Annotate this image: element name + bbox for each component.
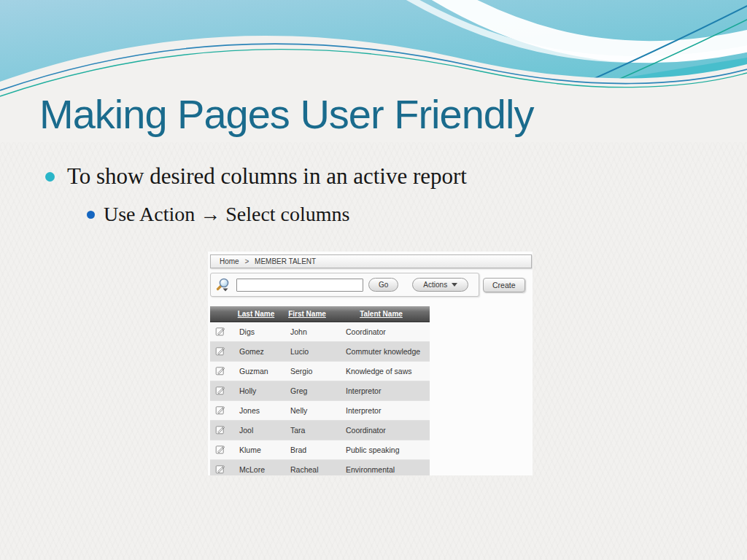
bullet-dot-cyan bbox=[45, 172, 55, 182]
search-input[interactable] bbox=[236, 279, 363, 292]
edit-cell bbox=[210, 362, 231, 381]
cell-talent-name: Commuter knowledge bbox=[333, 342, 430, 362]
slide: Making Pages User Friendly To show desir… bbox=[0, 0, 747, 560]
cell-first-name: Racheal bbox=[282, 460, 333, 476]
edit-row-icon[interactable] bbox=[215, 424, 225, 435]
edit-row-icon[interactable] bbox=[215, 326, 225, 336]
cell-last-name: Jool bbox=[231, 421, 282, 440]
edit-cell bbox=[210, 440, 231, 460]
edit-cell bbox=[210, 322, 231, 342]
cell-first-name: Lucio bbox=[282, 342, 333, 362]
breadcrumb-current: MEMBER TALENT bbox=[255, 257, 316, 265]
edit-cell bbox=[210, 342, 231, 362]
cell-talent-name: Environmental bbox=[333, 460, 430, 476]
table-row: GomezLucioCommuter knowledge bbox=[210, 342, 430, 362]
breadcrumb-separator: > bbox=[244, 257, 249, 265]
apex-report-screenshot: Home > MEMBER TALENT bbox=[208, 252, 533, 475]
edit-cell bbox=[210, 401, 231, 421]
column-header-last-name[interactable]: Last Name bbox=[231, 306, 282, 322]
cell-talent-name: Interpretor bbox=[333, 401, 430, 421]
table-row: JonesNellyInterpretor bbox=[210, 401, 430, 421]
table-row: McLoreRachealEnvironmental bbox=[210, 460, 430, 476]
column-header-talent-name[interactable]: Talent Name bbox=[333, 306, 430, 322]
report-table: Last Name First Name Talent Name DigsJoh… bbox=[210, 306, 430, 475]
table-row: GuzmanSergioKnowledge of saws bbox=[210, 362, 430, 381]
actions-button[interactable]: Actions bbox=[412, 278, 468, 292]
edit-row-icon[interactable] bbox=[215, 405, 225, 415]
edit-row-icon[interactable] bbox=[215, 464, 225, 474]
edit-row-icon[interactable] bbox=[215, 385, 225, 395]
cell-talent-name: Interpretor bbox=[333, 381, 430, 401]
bullet-text-1: To show desired columns in an active rep… bbox=[67, 163, 467, 190]
bullet-item-1: To show desired columns in an active rep… bbox=[45, 163, 467, 190]
go-button[interactable]: Go bbox=[368, 278, 398, 292]
cell-first-name: Nelly bbox=[282, 401, 333, 421]
cell-talent-name: Coordinator bbox=[333, 421, 430, 440]
create-button[interactable]: Create bbox=[483, 278, 525, 292]
bullet-text-2: Use Action → Select columns bbox=[104, 203, 350, 226]
cell-first-name: Sergio bbox=[282, 362, 333, 381]
cell-talent-name: Coordinator bbox=[333, 322, 430, 342]
table-row: KlumeBradPublic speaking bbox=[210, 440, 430, 460]
bullet-dot-blue bbox=[87, 211, 95, 219]
cell-first-name: John bbox=[282, 322, 333, 342]
table-row: JoolTaraCoordinator bbox=[210, 421, 430, 440]
slide-title: Making Pages User Friendly bbox=[39, 90, 533, 138]
column-header-first-name[interactable]: First Name bbox=[282, 306, 333, 322]
edit-column-header bbox=[210, 306, 231, 322]
cell-first-name: Tara bbox=[282, 421, 333, 440]
cell-first-name: Brad bbox=[282, 440, 333, 460]
search-toolbar: Go Actions bbox=[210, 273, 479, 297]
actions-button-label: Actions bbox=[423, 279, 447, 291]
edit-row-icon[interactable] bbox=[215, 346, 225, 356]
edit-row-icon[interactable] bbox=[215, 365, 225, 376]
edit-row-icon[interactable] bbox=[215, 444, 225, 454]
edit-cell bbox=[210, 421, 231, 440]
cell-first-name: Greg bbox=[282, 381, 333, 401]
breadcrumb-home-link[interactable]: Home bbox=[220, 257, 239, 265]
cell-last-name: Guzman bbox=[231, 362, 282, 381]
breadcrumb: Home > MEMBER TALENT bbox=[210, 254, 532, 268]
cell-talent-name: Knowledge of saws bbox=[333, 362, 430, 381]
edit-cell bbox=[210, 381, 231, 401]
cell-last-name: McLore bbox=[231, 460, 282, 476]
report-table-body: DigsJohnCoordinatorGomezLucioCommuter kn… bbox=[210, 322, 430, 476]
cell-last-name: Klume bbox=[231, 440, 282, 460]
edit-cell bbox=[210, 460, 231, 476]
cell-last-name: Digs bbox=[231, 322, 282, 342]
cell-last-name: Holly bbox=[231, 381, 282, 401]
caret-down-icon bbox=[452, 283, 457, 287]
search-icon[interactable] bbox=[215, 277, 231, 292]
table-row: DigsJohnCoordinator bbox=[210, 322, 430, 342]
table-row: HollyGregInterpretor bbox=[210, 381, 430, 401]
cell-talent-name: Public speaking bbox=[333, 440, 430, 460]
cell-last-name: Jones bbox=[231, 401, 282, 421]
cell-last-name: Gomez bbox=[231, 342, 282, 362]
bullet-item-2: Use Action → Select columns bbox=[87, 203, 350, 226]
table-header-row: Last Name First Name Talent Name bbox=[210, 306, 430, 322]
